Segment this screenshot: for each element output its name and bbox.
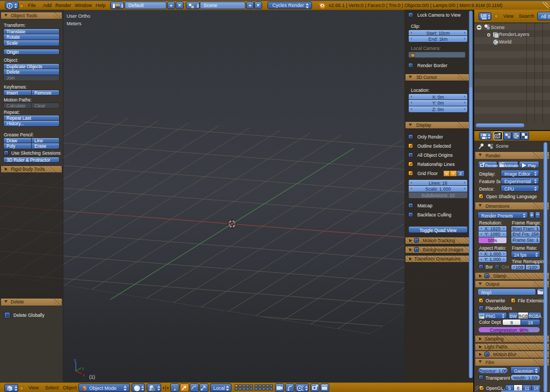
svg-text:z: z [74, 359, 76, 362]
svg-text:y: y [82, 366, 84, 371]
svg-text:x: x [83, 373, 85, 377]
